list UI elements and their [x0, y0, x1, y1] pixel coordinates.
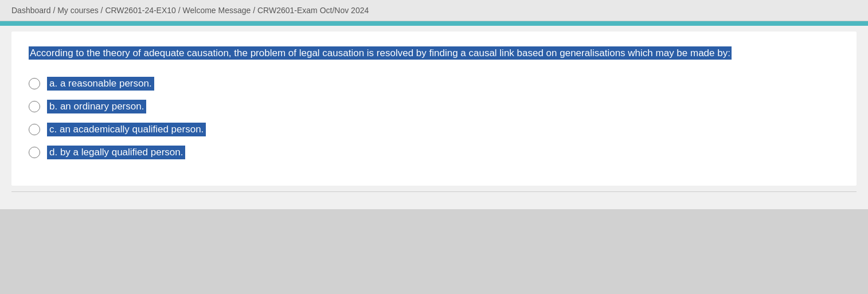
option-c-label: c. an academically qualified person.: [47, 123, 206, 136]
question-text-highlighted: According to the theory of adequate caus…: [29, 46, 732, 60]
option-b-label: b. an ordinary person.: [47, 100, 146, 113]
option-d-label: d. by a legally qualified person.: [47, 146, 185, 159]
teal-accent-bar: [0, 21, 868, 26]
breadcrumb: Dashboard / My courses / CRW2601-24-EX10…: [0, 0, 868, 21]
page-bottom: [0, 192, 868, 209]
option-a: a. a reasonable person.: [29, 77, 839, 91]
question-text: According to the theory of adequate caus…: [29, 45, 839, 61]
radio-a[interactable]: [29, 78, 40, 89]
question-block: According to the theory of adequate caus…: [29, 45, 839, 61]
option-a-label: a. a reasonable person.: [47, 77, 154, 91]
option-c: c. an academically qualified person.: [29, 123, 839, 136]
option-b: b. an ordinary person.: [29, 100, 839, 113]
radio-d[interactable]: [29, 147, 40, 158]
radio-b[interactable]: [29, 101, 40, 112]
breadcrumb-text: Dashboard / My courses / CRW2601-24-EX10…: [11, 6, 369, 15]
question-card: According to the theory of adequate caus…: [11, 32, 857, 186]
options-list: a. a reasonable person. b. an ordinary p…: [29, 77, 839, 159]
option-d: d. by a legally qualified person.: [29, 146, 839, 159]
radio-c[interactable]: [29, 124, 40, 135]
